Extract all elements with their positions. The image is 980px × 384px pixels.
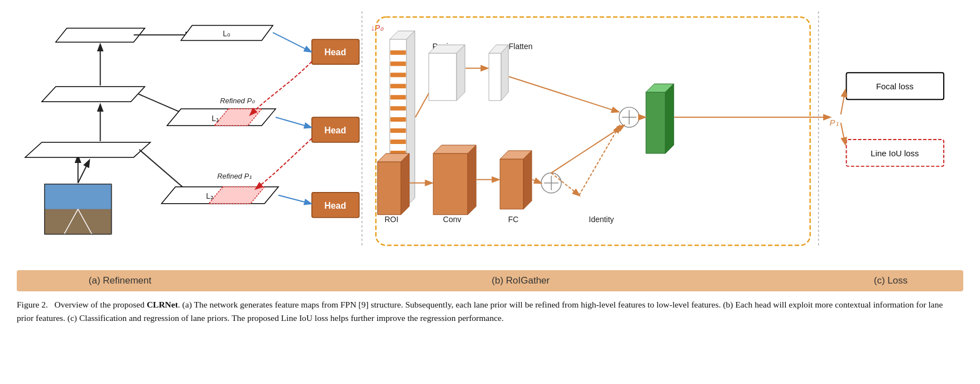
svg-marker-60	[489, 53, 501, 100]
svg-rect-47	[390, 140, 406, 144]
svg-marker-57	[457, 45, 465, 100]
svg-marker-64	[377, 162, 401, 215]
svg-text:Refined P₁: Refined P₁	[217, 172, 252, 180]
svg-rect-46	[390, 128, 406, 133]
svg-marker-91	[665, 84, 674, 153]
svg-rect-41	[390, 73, 406, 77]
svg-line-80	[532, 180, 541, 183]
figure-caption: Figure 2. Overview of the proposed CLRNe…	[17, 298, 954, 325]
section-bar: (a) Refinement (b) RoIGather (c) Loss	[17, 270, 963, 291]
head-label-2: Head	[324, 201, 346, 210]
svg-text:L₂: L₂	[206, 191, 214, 200]
svg-text:↓P₀: ↓P₀	[371, 23, 384, 32]
diagram-area: L₀ L₁ L₂ Head Head Head	[17, 6, 963, 268]
svg-rect-39	[390, 50, 406, 55]
svg-rect-45	[390, 117, 406, 122]
main-container: L₀ L₁ L₂ Head Head Head	[0, 0, 980, 384]
svg-rect-44	[390, 106, 406, 111]
svg-marker-9	[56, 28, 145, 42]
svg-line-30	[276, 117, 311, 127]
svg-marker-76	[523, 151, 532, 209]
svg-marker-89	[646, 92, 665, 153]
section-label-refinement: (a) Refinement	[17, 275, 223, 286]
svg-marker-69	[433, 153, 468, 215]
svg-rect-42	[390, 84, 406, 88]
svg-text:Refined P₀: Refined P₀	[220, 97, 255, 105]
svg-line-29	[273, 32, 311, 51]
section-label-roigather: (b) RoIGather	[223, 275, 818, 286]
svg-text:L₁: L₁	[212, 114, 219, 123]
iou-loss-label: Line IoU loss	[871, 148, 919, 158]
head-label-0: Head	[324, 47, 346, 57]
svg-line-84	[509, 76, 618, 112]
svg-rect-40	[390, 61, 406, 66]
head-label-1: Head	[324, 126, 346, 135]
svg-text:L₀: L₀	[223, 29, 230, 38]
svg-text:ROI: ROI	[385, 215, 398, 224]
svg-line-98	[841, 123, 846, 144]
svg-text:Conv: Conv	[443, 215, 462, 224]
svg-rect-4	[45, 209, 112, 234]
svg-text:Identity: Identity	[589, 215, 614, 224]
svg-line-31	[278, 195, 311, 204]
svg-text:FC: FC	[508, 215, 519, 224]
focal-loss-label: Focal loss	[876, 81, 914, 91]
figure-number: Figure 2.	[17, 300, 48, 309]
svg-marker-66	[401, 153, 409, 215]
svg-marker-55	[429, 53, 457, 100]
svg-rect-43	[390, 95, 406, 99]
svg-marker-62	[501, 45, 508, 100]
diagram-svg: L₀ L₁ L₂ Head Head Head	[17, 6, 963, 268]
section-label-loss: (c) Loss	[818, 275, 963, 286]
svg-marker-71	[468, 145, 476, 215]
svg-text:P₁: P₁	[830, 118, 839, 127]
svg-text:Flatten: Flatten	[509, 42, 533, 51]
svg-line-97	[841, 90, 846, 114]
svg-line-85	[551, 126, 624, 173]
svg-rect-3	[45, 184, 112, 209]
svg-marker-11	[25, 142, 150, 157]
svg-marker-74	[500, 159, 523, 209]
svg-line-88	[579, 126, 619, 195]
svg-line-14	[78, 161, 89, 183]
svg-marker-10	[42, 87, 145, 102]
